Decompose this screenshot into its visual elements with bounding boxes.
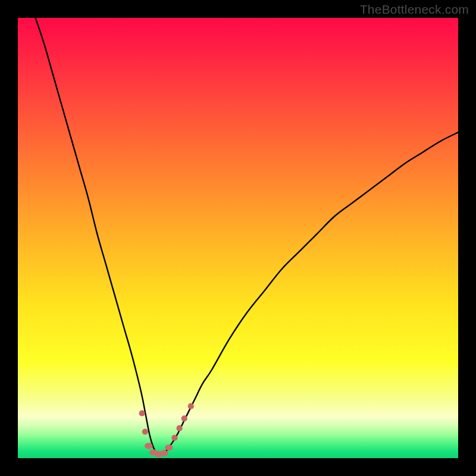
bottleneck-chart: [18, 18, 458, 458]
marker-flat: [145, 443, 153, 449]
marker-dot: [171, 435, 177, 441]
marker-dot: [181, 415, 187, 421]
marker-flat: [160, 450, 168, 456]
marker-dot: [139, 410, 145, 416]
chart-frame: { "watermark": "TheBottleneck.com", "col…: [0, 0, 476, 476]
marker-flat: [165, 444, 173, 450]
watermark-text: TheBottleneck.com: [360, 2, 469, 17]
marker-dot: [176, 425, 182, 431]
marker-dot: [188, 403, 194, 409]
gradient-background: [18, 18, 458, 458]
marker-dot: [142, 429, 148, 435]
